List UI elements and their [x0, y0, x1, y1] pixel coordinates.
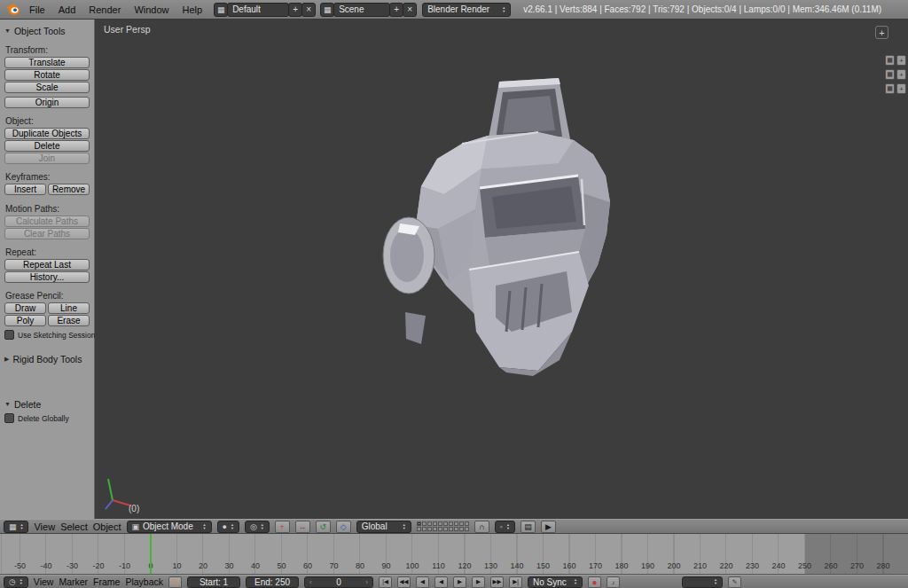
join-button[interactable]: Join	[4, 153, 90, 164]
viewport-canvas[interactable]	[95, 20, 908, 519]
use-preview-range-toggle[interactable]: ◷	[168, 576, 182, 588]
decrement-arrow-icon[interactable]: ‹	[309, 578, 312, 586]
delete-button[interactable]: Delete	[4, 140, 90, 152]
layer-toggle[interactable]	[422, 521, 427, 526]
layer-toggle[interactable]	[427, 521, 432, 526]
origin-button[interactable]: Origin	[4, 97, 90, 108]
menu-marker[interactable]: Marker	[59, 576, 88, 587]
layer-toggle[interactable]	[427, 527, 432, 531]
menu-file[interactable]: File	[29, 4, 45, 15]
increment-arrow-icon[interactable]: ›	[365, 578, 368, 586]
audio-scrubbing-button[interactable]: ♪	[607, 576, 620, 588]
browse-screens-button[interactable]: ▦	[214, 3, 228, 17]
remove-keyframe-button[interactable]: Remove	[48, 184, 90, 195]
screen-layout-field[interactable]: Default	[227, 3, 289, 17]
add-scene-button[interactable]: +	[389, 3, 403, 17]
repeat-last-button[interactable]: Repeat Last	[4, 259, 90, 270]
scene-field[interactable]: Scene	[333, 3, 390, 17]
jump-to-end-button[interactable]: ▶|	[509, 576, 522, 588]
viewport-3d[interactable]: User Persp (0) + ▦ + ▦ + ▦ +	[95, 20, 908, 519]
opengl-render-image-button[interactable]: ▤	[521, 521, 536, 533]
add-screen-button[interactable]: +	[288, 3, 302, 17]
auto-keyframe-record-button[interactable]: ●	[588, 576, 601, 588]
delete-panel-header[interactable]: ▼ Delete	[4, 397, 90, 411]
menu-frame[interactable]: Frame	[93, 576, 120, 587]
translate-button[interactable]: Translate	[4, 57, 90, 68]
delete-screen-button[interactable]: ×	[301, 3, 316, 17]
play-button[interactable]: ▶	[453, 576, 466, 588]
menu-help[interactable]: Help	[183, 4, 203, 15]
collapsed-panel-icon[interactable]: ▦	[885, 55, 895, 66]
keying-set-dropdown[interactable]: ▲▼	[682, 576, 723, 588]
layer-toggle[interactable]	[433, 521, 437, 526]
clear-paths-button[interactable]: Clear Paths	[4, 228, 90, 239]
transform-orientation-dropdown[interactable]: Global ▲▼	[356, 521, 411, 533]
layer-toggle[interactable]	[438, 527, 442, 531]
use-sketching-sessions-checkbox[interactable]: Use Sketching Sessions	[4, 330, 90, 340]
calculate-paths-button[interactable]: Calculate Paths	[4, 216, 90, 227]
layer-toggle[interactable]	[449, 521, 453, 526]
layer-toggle[interactable]	[454, 521, 458, 526]
layer-toggle[interactable]	[438, 521, 442, 526]
rigid-body-tools-panel-header[interactable]: ▶ Rigid Body Tools	[4, 352, 90, 365]
prev-keyframe-button[interactable]: ◀◀	[397, 576, 411, 588]
current-frame-field[interactable]: ‹ 0 ›	[304, 576, 373, 588]
next-frame-button[interactable]: ▶	[472, 576, 485, 588]
collapsed-panel-add-icon[interactable]: +	[896, 55, 906, 66]
frame-end-field[interactable]: End: 250	[246, 576, 299, 588]
menu-view[interactable]: View	[34, 576, 54, 587]
current-frame-marker[interactable]	[150, 534, 152, 574]
delete-globally-checkbox[interactable]: Delete Globally	[4, 413, 90, 423]
collapsed-panel-add-icon[interactable]: +	[896, 83, 906, 94]
grease-line-button[interactable]: Line	[48, 302, 90, 314]
viewport-shading-dropdown[interactable]: ● ▲▼	[217, 521, 239, 533]
editor-type-button[interactable]: ▦ ▲▼	[4, 521, 28, 533]
layer-toggle[interactable]	[454, 527, 458, 531]
grease-erase-button[interactable]: Erase	[48, 315, 90, 326]
layer-toggle[interactable]	[417, 521, 421, 526]
insert-keyframe-button[interactable]: ✎	[728, 576, 741, 588]
layer-toggle[interactable]	[433, 527, 437, 531]
timeline-ruler[interactable]: -50-40-30-20-100102030405060708090100110…	[0, 534, 908, 575]
render-engine-dropdown[interactable]: Blender Render ▲▼	[422, 3, 511, 17]
mode-dropdown[interactable]: ▣ Object Mode ▲▼	[127, 521, 212, 533]
collapsed-panel-icon[interactable]: ▦	[885, 69, 895, 80]
menu-view[interactable]: View	[34, 521, 55, 532]
menu-playback[interactable]: Playback	[125, 576, 163, 587]
frame-start-field[interactable]: Start: 1	[187, 576, 240, 588]
play-reverse-button[interactable]: ◀	[434, 576, 448, 588]
scale-manipulator-button[interactable]: ◇	[336, 521, 351, 533]
duplicate-objects-button[interactable]: Duplicate Objects	[4, 128, 90, 139]
snap-element-dropdown[interactable]: ◦ ▲▼	[495, 521, 515, 533]
collapsed-panel-icon[interactable]: ▦	[885, 83, 895, 94]
prev-frame-button[interactable]: ◀	[416, 576, 429, 588]
grease-poly-button[interactable]: Poly	[4, 315, 46, 326]
layer-toggle[interactable]	[465, 521, 469, 526]
menu-add[interactable]: Add	[59, 4, 76, 15]
properties-region-toggle[interactable]: +	[875, 26, 888, 39]
scale-button[interactable]: Scale	[4, 82, 90, 93]
object-tools-panel-header[interactable]: ▼ Object Tools	[4, 24, 90, 37]
next-keyframe-button[interactable]: ▶▶	[490, 576, 504, 588]
collapsed-panel-add-icon[interactable]: +	[896, 69, 906, 80]
helmet-model[interactable]	[383, 78, 610, 376]
jump-to-start-button[interactable]: |◀	[379, 576, 392, 588]
menu-render[interactable]: Render	[89, 4, 121, 15]
layer-toggle[interactable]	[443, 527, 448, 531]
rotate-button[interactable]: Rotate	[4, 69, 90, 81]
editor-type-button[interactable]: ◷ ▲▼	[4, 576, 28, 588]
layer-toggle[interactable]	[422, 527, 427, 531]
opengl-render-anim-button[interactable]: ▶	[541, 521, 556, 533]
layer-toggle[interactable]	[465, 527, 469, 531]
grease-draw-button[interactable]: Draw	[4, 302, 46, 314]
layer-toggle[interactable]	[449, 527, 453, 531]
sync-dropdown[interactable]: No Sync ▲▼	[528, 576, 583, 588]
manipulator-toggle-button[interactable]: +	[275, 521, 290, 533]
snap-magnet-button[interactable]: ∩	[474, 521, 489, 533]
menu-select[interactable]: Select	[60, 521, 88, 532]
menu-window[interactable]: Window	[134, 4, 168, 15]
insert-keyframe-button[interactable]: Insert	[4, 184, 46, 195]
layer-toggle[interactable]	[459, 527, 464, 531]
layer-toggle[interactable]	[417, 527, 421, 531]
pivot-point-dropdown[interactable]: ◎ ▲▼	[245, 521, 270, 533]
